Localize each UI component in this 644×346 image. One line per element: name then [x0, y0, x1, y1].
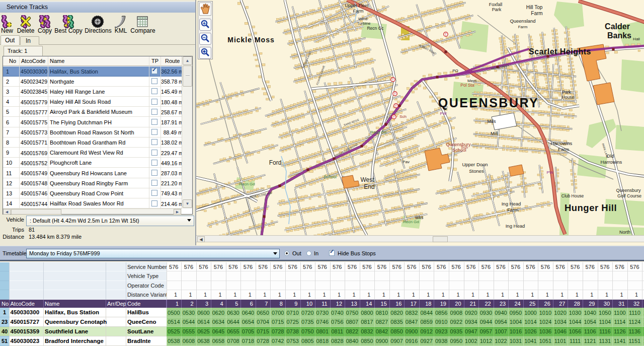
svg-text:Farm: Farm: [353, 9, 364, 14]
svg-text:✦: ✦: [202, 49, 206, 54]
svg-text:Calder: Calder: [605, 22, 630, 31]
svg-text:Pav: Pav: [403, 160, 410, 164]
svg-text:West: West: [360, 176, 374, 183]
svg-text:North: North: [619, 230, 630, 235]
svg-text:Foxfall: Foxfall: [489, 2, 503, 7]
svg-text:Golf Course: Golf Course: [617, 193, 641, 198]
svg-text:Farm: Farm: [507, 207, 518, 213]
svg-text:House: House: [562, 95, 575, 100]
svg-text:−: −: [203, 35, 206, 40]
svg-text:Sch: Sch: [461, 145, 468, 150]
svg-text:PW: PW: [440, 111, 447, 116]
svg-text:Queensland: Queensland: [510, 18, 535, 24]
svg-text:Farm: Farm: [531, 11, 542, 16]
svg-text:Park: Park: [492, 7, 502, 12]
svg-text:PO: PO: [452, 68, 458, 73]
svg-text:Club House: Club House: [561, 193, 584, 198]
svg-text:Hall: Hall: [633, 37, 640, 41]
svg-text:Sch: Sch: [399, 114, 407, 119]
svg-text:School: School: [324, 174, 337, 179]
svg-text:Recn Gd: Recn Gd: [239, 182, 255, 186]
svg-text:Upper Doon: Upper Doon: [462, 162, 488, 167]
svg-text:Harrowins: Harrowins: [551, 141, 573, 146]
svg-text:T: T: [395, 104, 397, 108]
svg-text:Turbine: Turbine: [357, 21, 371, 26]
svg-text:+: +: [203, 21, 206, 26]
svg-text:Recn Gd: Recn Gd: [370, 130, 386, 134]
svg-text:Park: Park: [562, 90, 571, 95]
svg-text:Ford: Ford: [269, 159, 282, 166]
svg-text:Recn Gc: Recn Gc: [367, 26, 384, 31]
svg-text:Recn Gd: Recn Gd: [403, 220, 419, 224]
svg-text:Wind: Wind: [358, 17, 367, 21]
svg-text:Upper Fleet: Upper Fleet: [345, 3, 369, 8]
svg-text:Harrowins: Harrowins: [601, 159, 622, 165]
svg-text:Banks: Banks: [607, 31, 631, 40]
svg-text:Mills: Mills: [488, 119, 496, 124]
svg-text:Ing Head: Ing Head: [506, 223, 525, 229]
svg-text:End: End: [364, 183, 374, 190]
svg-text:Ing Head: Ing Head: [502, 201, 521, 206]
svg-text:Farm: Farm: [558, 147, 569, 152]
svg-text:Queensbury: Queensbury: [616, 188, 641, 193]
svg-text:QUEENSBURY: QUEENSBURY: [438, 96, 539, 110]
svg-text:Hunger Hill: Hunger Hill: [565, 202, 617, 213]
svg-text:Stones: Stones: [469, 168, 484, 174]
svg-text:T: T: [445, 33, 447, 36]
svg-text:PW: PW: [547, 170, 553, 175]
svg-text:T: T: [394, 92, 396, 96]
svg-text:T: T: [393, 115, 395, 119]
svg-text:T: T: [392, 78, 394, 82]
svg-text:Mickle Moss: Mickle Moss: [227, 36, 274, 44]
svg-text:Mem: Mem: [467, 79, 476, 83]
svg-text:Mill: Mill: [491, 130, 498, 136]
svg-text:Pol Sta: Pol Sta: [460, 83, 474, 88]
svg-text:Farm: Farm: [518, 25, 528, 29]
svg-text:Hill Top: Hill Top: [526, 5, 543, 10]
